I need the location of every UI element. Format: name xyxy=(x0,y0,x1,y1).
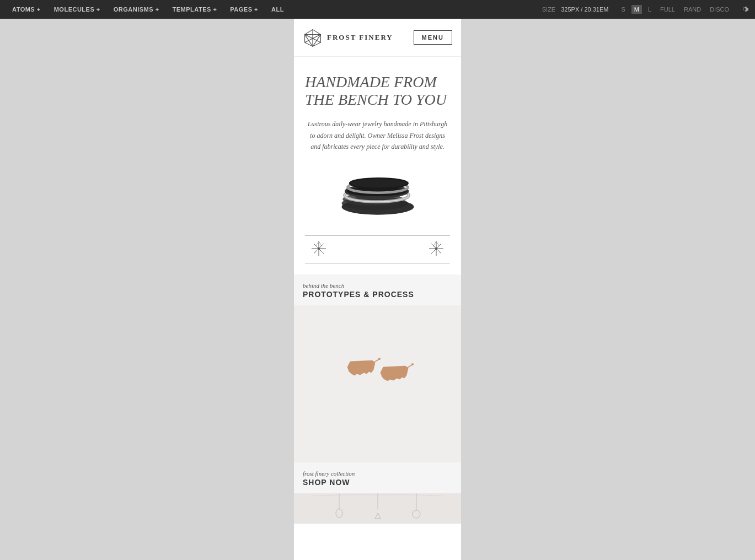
svg-line-37 xyxy=(406,365,412,368)
logo-text: FROST FINERY xyxy=(327,33,393,42)
svg-point-38 xyxy=(411,363,414,365)
nav-left-items: ATOMS + MOLECULES + ORGANISMS + TEMPLATE… xyxy=(6,0,291,19)
earrings-svg xyxy=(323,334,433,433)
hero-title: HANDMADE FROM THE BENCH TO YOU xyxy=(305,73,450,109)
size-m-button[interactable]: M xyxy=(631,5,642,14)
size-rand-button[interactable]: RAND xyxy=(681,5,704,14)
shop-title: SHOP NOW xyxy=(303,478,452,487)
nav-all[interactable]: ALL xyxy=(265,0,291,19)
svg-point-36 xyxy=(378,358,381,360)
site-header: FROST FINERY MENU xyxy=(294,19,461,57)
nav-pages[interactable]: PAGES + xyxy=(223,0,265,19)
size-disco-button[interactable]: DISCO xyxy=(707,5,732,14)
top-navigation: ATOMS + MOLECULES + ORGANISMS + TEMPLATE… xyxy=(0,0,755,19)
necklace-strip xyxy=(294,493,461,524)
hero-description: Lustrous daily-wear jewelry handmade in … xyxy=(305,119,450,152)
svg-point-40 xyxy=(336,509,342,518)
size-s-button[interactable]: S xyxy=(618,5,628,14)
svg-line-26 xyxy=(316,241,319,246)
menu-button[interactable]: MENU xyxy=(414,30,452,45)
blog-subtitle: behind the bench xyxy=(303,282,452,289)
logo-icon xyxy=(303,28,323,47)
rings-svg xyxy=(323,172,433,222)
shop-teaser[interactable]: frost finery collection SHOP NOW xyxy=(294,462,461,493)
nav-molecules[interactable]: MOLECULES + xyxy=(47,0,107,19)
art-deco-divider xyxy=(305,235,450,263)
svg-point-44 xyxy=(413,510,420,518)
nav-right-controls: SIZE 325PX / 20.31EM S M L FULL RAND DIS… xyxy=(542,4,749,14)
settings-icon[interactable] xyxy=(740,4,749,14)
svg-line-33 xyxy=(433,241,436,246)
art-deco-right-ornament xyxy=(428,240,445,259)
rings-image xyxy=(305,164,450,230)
svg-line-25 xyxy=(319,241,322,246)
svg-line-32 xyxy=(436,241,439,246)
nav-atoms[interactable]: ATOMS + xyxy=(6,0,47,19)
size-l-button[interactable]: L xyxy=(645,5,654,14)
svg-point-34 xyxy=(435,247,437,250)
svg-line-35 xyxy=(373,359,379,363)
svg-point-27 xyxy=(318,247,320,250)
svg-point-20 xyxy=(350,178,408,188)
blog-title: PROTOTYPES & PROCESS xyxy=(303,290,452,299)
svg-marker-42 xyxy=(375,513,381,519)
necklace-svg xyxy=(301,493,455,524)
logo-area: FROST FINERY xyxy=(303,28,393,47)
blog-teaser[interactable]: behind the bench PROTOTYPES & PROCESS xyxy=(294,274,461,305)
size-full-button[interactable]: FULL xyxy=(657,5,678,14)
nav-templates[interactable]: TEMPLATES + xyxy=(166,0,224,19)
preview-panel: FROST FINERY MENU HANDMADE FROM THE BENC… xyxy=(294,19,461,560)
main-content: FROST FINERY MENU HANDMADE FROM THE BENC… xyxy=(0,19,755,560)
shop-subtitle: frost finery collection xyxy=(303,470,452,477)
hero-section: HANDMADE FROM THE BENCH TO YOU Lustrous … xyxy=(294,57,461,274)
size-value: 325PX / 20.31EM xyxy=(561,6,608,13)
product-image-section xyxy=(294,305,461,462)
size-label: SIZE xyxy=(542,6,555,13)
art-deco-left-ornament xyxy=(310,240,327,259)
nav-organisms[interactable]: ORGANISMS + xyxy=(107,0,166,19)
